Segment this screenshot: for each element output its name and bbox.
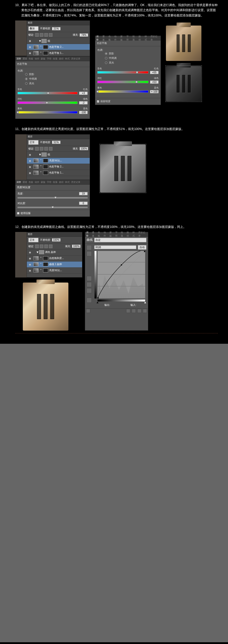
- mask-thumb: [43, 45, 48, 49]
- lock-trans-icon[interactable]: [35, 33, 39, 37]
- layer-row[interactable]: ▼ 组: [27, 152, 90, 158]
- brightness-slider[interactable]: [17, 197, 88, 199]
- white-eyedropper-icon[interactable]: [87, 288, 92, 293]
- preserve-lum-checkbox[interactable]: ✓: [97, 100, 99, 103]
- lock-all-icon[interactable]: [49, 245, 52, 248]
- eye-icon[interactable]: [28, 268, 32, 272]
- layer-row[interactable]: ⚭ 自然饱和度...: [27, 255, 82, 262]
- eye-icon[interactable]: [28, 39, 32, 43]
- lock-all-icon[interactable]: [49, 147, 52, 151]
- eye-icon[interactable]: [28, 250, 32, 254]
- layer-row[interactable]: ⚭ 亮度/对比...: [27, 268, 82, 274]
- auto-button[interactable]: 自动: [138, 245, 146, 250]
- radio-highlights[interactable]: [105, 61, 107, 64]
- eye-icon[interactable]: [28, 165, 32, 169]
- layer-row[interactable]: ⚭ 曲线 1 副本: [27, 262, 82, 268]
- channel-select[interactable]: RGB: [94, 245, 136, 249]
- lock-pos-icon[interactable]: [44, 147, 48, 151]
- lock-label: 锁定:: [28, 147, 34, 151]
- layer-row[interactable]: ⚭ 色彩平衡 2...: [27, 164, 90, 170]
- prev-icon[interactable]: [132, 309, 136, 313]
- empty-grey-section: [0, 344, 228, 642]
- lock-pos-icon[interactable]: [44, 245, 48, 248]
- pencil-tool-icon[interactable]: [87, 251, 92, 256]
- cyan-red-slider[interactable]: [97, 71, 148, 74]
- blend-mode-select[interactable]: 叠加: [28, 26, 39, 31]
- eye-icon[interactable]: [28, 256, 32, 260]
- blend-mode-select[interactable]: 正常: [28, 238, 39, 242]
- blend-mode-select[interactable]: 正常: [28, 140, 39, 145]
- contrast-slider[interactable]: [17, 207, 88, 208]
- output-label: 输出:: [104, 303, 110, 307]
- layer-row[interactable]: ⚭ 色彩平衡 2...: [27, 44, 90, 50]
- yellow-blue-slider[interactable]: [17, 111, 78, 114]
- tab-adjust[interactable]: 调整: [16, 181, 21, 184]
- color-balance-panel-left: 调整 通道 色板 动作 蒙版 字符 段落 路径 样式 历史记录 色彩平衡: [15, 56, 90, 119]
- legacy-checkbox[interactable]: [17, 212, 20, 214]
- mg-value[interactable]: -2: [79, 101, 88, 104]
- radio-shadows[interactable]: [105, 52, 107, 55]
- radio-highlights[interactable]: [25, 82, 28, 85]
- layer-row[interactable]: ▼ 组: [27, 38, 90, 44]
- layer-name: 色彩平衡 1...: [49, 171, 89, 175]
- lock-paint-icon[interactable]: [40, 245, 43, 248]
- tab-layers[interactable]: 图层: [28, 135, 32, 138]
- grey-eyedropper-icon[interactable]: [87, 282, 92, 287]
- tab-adjust[interactable]: 调整: [16, 57, 21, 60]
- eye-icon[interactable]: [28, 262, 32, 266]
- mg-value[interactable]: +53: [150, 80, 159, 84]
- panel-option-icon[interactable]: [86, 309, 90, 313]
- curves-graph[interactable]: [97, 251, 145, 299]
- opacity-input[interactable]: 51%: [52, 141, 61, 144]
- radio-midtones[interactable]: [25, 78, 28, 80]
- clip-icon[interactable]: [126, 309, 130, 313]
- contrast-input[interactable]: 0: [79, 202, 88, 205]
- cr-value[interactable]: +3: [79, 92, 88, 95]
- lock-trans-icon[interactable]: [35, 147, 39, 151]
- layer-row[interactable]: ⚭ 色彩平衡 1...: [27, 50, 90, 56]
- layer-row[interactable]: ⚭ 色彩平衡 1...: [27, 170, 90, 176]
- radio-shadows[interactable]: [25, 73, 28, 76]
- layer-row[interactable]: ⚭ 亮度/对比...: [27, 158, 90, 164]
- fill-input[interactable]: 74%: [80, 33, 88, 37]
- opacity-input[interactable]: 21%: [52, 27, 61, 30]
- curves-preset-select[interactable]: 自定: [94, 238, 146, 242]
- cyan-red-slider[interactable]: [17, 92, 78, 94]
- eye-icon[interactable]: [28, 171, 32, 175]
- lock-paint-icon[interactable]: [40, 147, 43, 151]
- tab-layers[interactable]: 图层: [28, 233, 32, 236]
- radio-midtones[interactable]: [105, 57, 107, 59]
- magenta-green-slider[interactable]: [17, 101, 78, 104]
- lock-trans-icon[interactable]: [35, 245, 39, 248]
- magenta-green-slider[interactable]: [97, 81, 148, 83]
- eye-icon[interactable]: [28, 153, 32, 157]
- cb-title: 色彩平衡: [15, 61, 90, 67]
- yellow-blue-slider[interactable]: [97, 90, 148, 93]
- layer-row[interactable]: ▼ 调色 副本: [27, 249, 82, 255]
- eye-icon[interactable]: [28, 45, 32, 49]
- target-icon[interactable]: [87, 298, 92, 303]
- eye-icon[interactable]: [28, 51, 32, 55]
- layer-thumb: [33, 159, 39, 163]
- eye-icon[interactable]: [28, 159, 32, 163]
- fill-input[interactable]: 100%: [80, 147, 88, 150]
- black-eyedropper-icon[interactable]: [87, 276, 92, 281]
- trash-icon[interactable]: [143, 309, 147, 313]
- tab-adjust[interactable]: 调整: [86, 231, 90, 238]
- lock-pos-icon[interactable]: [44, 33, 48, 37]
- yb-value[interactable]: +-100: [150, 90, 159, 93]
- yb-value[interactable]: -100: [79, 111, 88, 114]
- brightness-input[interactable]: 19: [79, 192, 88, 195]
- layer-name: 色彩平衡 2...: [49, 165, 89, 168]
- cr-value[interactable]: +55: [150, 71, 159, 74]
- black-point-slider[interactable]: [97, 302, 99, 303]
- opacity-input[interactable]: 100%: [52, 238, 61, 242]
- fill-input[interactable]: 100%: [72, 245, 81, 248]
- lock-paint-icon[interactable]: [40, 33, 43, 37]
- lock-all-icon[interactable]: [49, 33, 52, 37]
- tab-layers[interactable]: 图层: [28, 21, 32, 25]
- white-point-slider[interactable]: [144, 302, 146, 303]
- reset-icon[interactable]: [137, 309, 141, 313]
- point-tool-icon[interactable]: [87, 245, 92, 250]
- tab-adjust[interactable]: 调整: [96, 35, 101, 41]
